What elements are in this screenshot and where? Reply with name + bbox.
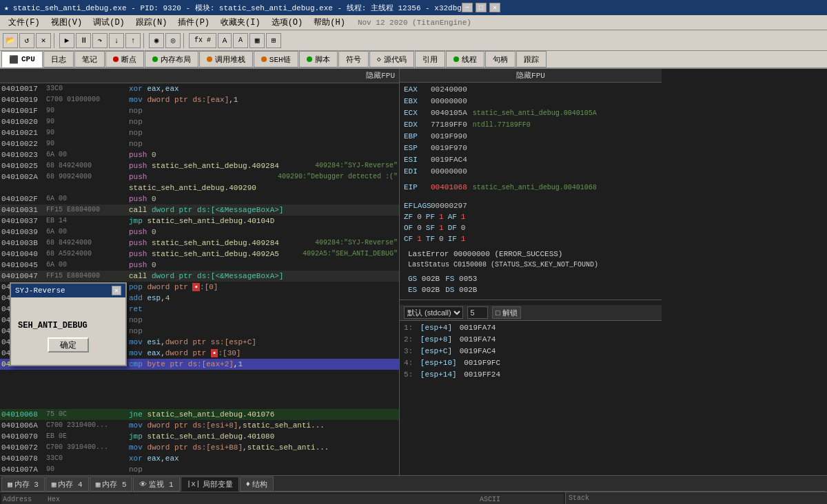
bottom-area: ▦ 内存 3 ▦ 内存 4 ▦ 内存 5 👁 监视 1 |x| 局部变量 ♦ 结… <box>0 475 827 504</box>
disasm-row[interactable]: 04010078 33C0 xor eax,eax <box>0 453 399 464</box>
tab-breakpoints[interactable]: 断点 <box>105 51 144 67</box>
disasm-row[interactable]: 04010025 68 84924000 push static_seh_ant… <box>0 160 399 171</box>
tab-source[interactable]: ◇ 源代码 <box>369 51 414 67</box>
tb-mem[interactable]: ▦ <box>249 33 265 48</box>
tb-pause[interactable]: ⏸ <box>76 33 91 48</box>
menu-trace[interactable]: 跟踪(N) <box>130 15 173 30</box>
disasm-row[interactable]: 0401007A 90 nop <box>0 464 399 475</box>
tb-fx[interactable]: fx # <box>189 33 216 48</box>
disasm-row[interactable]: 04010021 90 nop <box>0 127 399 138</box>
disasm-row[interactable]: 04010068 75 0C jne static_seh_anti_debug… <box>0 409 399 420</box>
build-info: Nov 12 2020 (TitanEngine) <box>358 19 471 27</box>
disasm-row[interactable]: 04010017 33C0 xor eax,eax <box>0 83 399 94</box>
tab-memory3[interactable]: ▦ 内存 3 <box>1 476 45 492</box>
disasm-row[interactable]: 04010047 FF15 E8804000 call dword ptr ds… <box>0 271 399 282</box>
disasm-row[interactable]: 04010070 EB 0E jmp static_seh_anti_debug… <box>0 431 399 442</box>
stack-call-header: 默认 (stdcall) □ 解锁 <box>400 305 662 321</box>
dialog-close-button[interactable]: ✕ <box>112 286 121 295</box>
tb-bp[interactable]: ◉ <box>149 33 164 48</box>
disasm-row[interactable]: 0401001F 90 nop <box>0 105 399 116</box>
tab-cpu[interactable]: ⬛ CPU <box>1 51 43 67</box>
tab-symbols[interactable]: 符号 <box>338 51 369 67</box>
tab-memory-layout[interactable]: 内存布局 <box>145 51 198 67</box>
stack-arg-3: 3: [esp+C] 0019FAC4 <box>404 346 657 357</box>
toolbar: 📂 ↺ ✕ ▶ ⏸ ↷ ↓ ↑ ◉ ◎ fx # A A ▦ ⊞ <box>0 30 827 51</box>
tab-locals[interactable]: |x| 局部变量 <box>181 476 239 492</box>
tab-memory5[interactable]: ▦ 内存 5 <box>90 476 133 492</box>
tabbar: ⬛ CPU 日志 笔记 断点 内存布局 调用堆栈 SEH链 脚本 符号 ◇ 源代… <box>0 51 827 69</box>
tab-script-label: 脚本 <box>315 54 330 65</box>
registers-view: EAX 00240000 EBX 00000000 ECX 0040105A s… <box>400 83 662 199</box>
tb-bp2[interactable]: ◎ <box>165 33 181 48</box>
tab-struct[interactable]: ♦ 结构 <box>240 476 274 492</box>
disasm-row[interactable]: 04010040 68 A5924000 push static_seh_ant… <box>0 249 399 260</box>
tb-step-out[interactable]: ↑ <box>125 33 141 48</box>
tab-memlayout-label: 内存布局 <box>161 54 191 65</box>
menu-bookmarks[interactable]: 收藏夹(I) <box>215 15 266 30</box>
tab-trace[interactable]: 跟踪 <box>516 51 547 67</box>
tb-open[interactable]: 📂 <box>3 33 18 48</box>
menu-view[interactable]: 视图(V) <box>45 15 88 30</box>
dialog-ok-button[interactable]: 确定 <box>48 337 89 353</box>
tab-seh[interactable]: SEH链 <box>254 51 298 67</box>
disasm-row[interactable]: 04010019 C700 01000000 mov dword ptr ds:… <box>0 94 399 105</box>
title-icon: ★ <box>4 3 9 12</box>
close-button[interactable]: ✕ <box>489 3 500 12</box>
dialog-line2: SEH_ANTI_DEBUG <box>18 319 119 332</box>
stack-arg-5: 5: [esp+14] 0019FF24 <box>404 369 657 381</box>
tab-log-label: 日志 <box>51 54 66 65</box>
tab-script[interactable]: 脚本 <box>299 51 338 67</box>
tab-callstack[interactable]: 调用堆栈 <box>199 51 253 67</box>
disasm-row[interactable]: 04010022 90 nop <box>0 138 399 149</box>
toolbar-sep-3 <box>183 33 186 48</box>
reg-eip: EIP 00401068 static_seh_anti_debug.00401… <box>404 182 657 193</box>
tb-restart[interactable]: ↺ <box>19 33 34 48</box>
disasm-row[interactable]: 04010072 C700 3910400... mov dword ptr d… <box>0 442 399 453</box>
tab-handle-label: 句柄 <box>493 54 508 65</box>
tab-handles[interactable]: 句柄 <box>485 51 515 67</box>
menu-file[interactable]: 文件(F) <box>3 15 45 30</box>
tb-close[interactable]: ✕ <box>36 33 51 48</box>
tb-step-over[interactable]: ↓ <box>109 33 124 48</box>
disasm-row[interactable]: 0401006A C700 2310400... mov dword ptr d… <box>0 420 399 431</box>
disasm-row[interactable]: 04010045 6A 00 push 0 <box>0 260 399 271</box>
tab-threads[interactable]: 线程 <box>446 51 484 67</box>
tab-note[interactable]: 笔记 <box>74 51 105 67</box>
maximize-button[interactable]: □ <box>476 3 487 12</box>
message-dialog: SYJ-Reverse ✕ SEH_ANTI_DEBUG 确定 <box>10 282 127 366</box>
tab-log[interactable]: 日志 <box>43 51 74 67</box>
memory-hex-view[interactable]: Address Hex ASCII 02400010 FF FF FF FF 0… <box>0 492 565 504</box>
disasm-row[interactable]: 04010020 90 nop <box>0 116 399 127</box>
disasm-row[interactable]: 04010023 6A 00 push 0 <box>0 149 399 160</box>
main-area: 隐藏FPU 04010017 33C0 xor eax,eax 04010019… <box>0 69 827 475</box>
minimize-button[interactable]: ─ <box>462 3 473 12</box>
disasm-row[interactable]: 0401002F 6A 00 push 0 <box>0 193 399 204</box>
memory-tabs: ▦ 内存 3 ▦ 内存 4 ▦ 内存 5 👁 监视 1 |x| 局部变量 ♦ 结… <box>0 476 827 492</box>
tab-watch1[interactable]: 👁 监视 1 <box>133 476 179 492</box>
tb-a2[interactable]: A <box>233 33 248 48</box>
calling-conv-select[interactable]: 默认 (stdcall) <box>404 306 463 319</box>
tb-step-into[interactable]: ↷ <box>92 33 108 48</box>
menu-options[interactable]: 选项(O) <box>266 15 309 30</box>
menubar: 文件(F) 视图(V) 调试(D) 跟踪(N) 插件(P) 收藏夹(I) 选项(… <box>0 15 827 30</box>
menu-help[interactable]: 帮助(H) <box>308 15 351 30</box>
tb-aa[interactable]: A <box>218 33 232 48</box>
tab-seh-label: SEH链 <box>269 54 291 65</box>
tb-run[interactable]: ▶ <box>59 33 74 48</box>
toolbar-sep-1 <box>54 33 57 48</box>
reg-esp: ESP 0019F970 <box>404 143 657 154</box>
toolbar-sep-2 <box>143 33 146 48</box>
tab-memory4[interactable]: ▦ 内存 4 <box>45 476 89 492</box>
menu-debug[interactable]: 调试(D) <box>88 15 130 30</box>
disasm-row[interactable]: 0401003B 68 84924000 push static_seh_ant… <box>0 238 399 249</box>
disasm-row[interactable]: 04010031 FF15 E8804000 call dword ptr ds… <box>0 204 399 216</box>
unlock-button[interactable]: □ 解锁 <box>492 306 521 319</box>
stack-panel[interactable]: Stack 0019F970 77189FD2 返回到 ntdll.77189F… <box>565 492 827 504</box>
disasm-row[interactable]: 04010039 6A 00 push 0 <box>0 227 399 238</box>
menu-plugins[interactable]: 插件(P) <box>172 15 215 30</box>
tab-references[interactable]: 引用 <box>415 51 445 67</box>
arg-count-input[interactable] <box>467 306 488 319</box>
disasm-row[interactable]: 0401002A 68 90924000 push static_seh_ant… <box>0 171 399 193</box>
tb-graph[interactable]: ⊞ <box>266 33 281 48</box>
disasm-row[interactable]: 04010037 EB 14 jmp static_seh_anti_debug… <box>0 216 399 227</box>
